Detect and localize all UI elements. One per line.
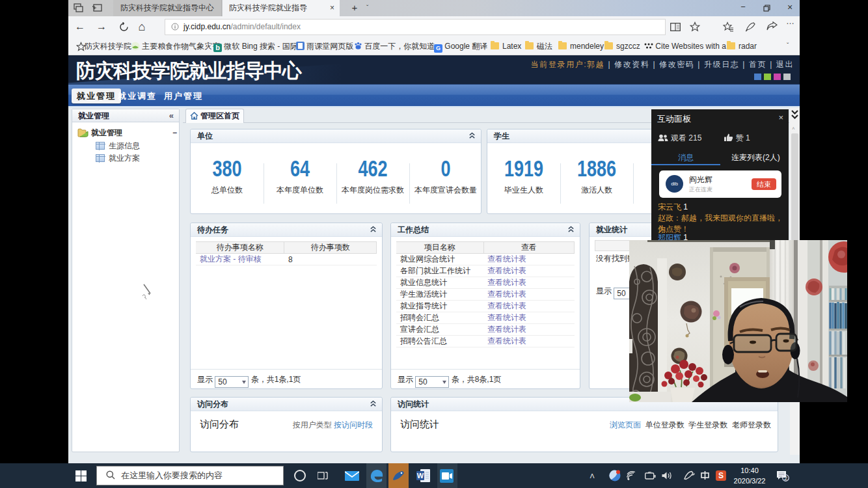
svg-text:W: W xyxy=(417,472,424,480)
svg-text:2: 2 xyxy=(784,475,787,481)
